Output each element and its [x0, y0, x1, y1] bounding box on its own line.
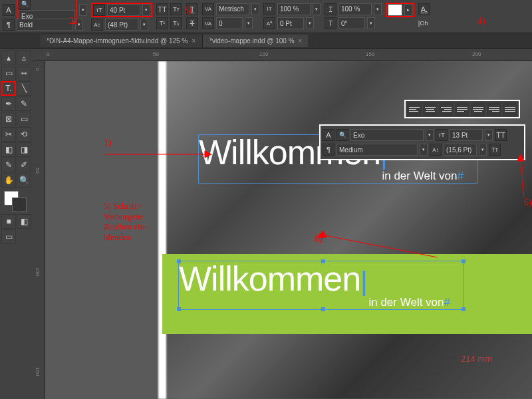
flyout-size-input[interactable]	[450, 129, 483, 141]
leading-input[interactable]	[105, 19, 138, 31]
font-size-input[interactable]	[107, 4, 140, 16]
tracking-input[interactable]	[216, 17, 243, 29]
arrow-1	[105, 148, 211, 161]
tab-doc-1[interactable]: *DIN-A4-Mappe-immogruen-fiktiv.indd @ 12…	[40, 35, 203, 47]
strike-icon[interactable]: T	[186, 17, 198, 29]
ruler-horizontal[interactable]: 0 50 100 150 200	[33, 49, 532, 61]
gradient-tool[interactable]: ◧	[1, 142, 16, 157]
view-mode[interactable]: ▭	[1, 229, 16, 244]
align-center[interactable]	[423, 102, 438, 116]
direct-select-tool[interactable]: ▵	[17, 51, 31, 65]
dropdown-icon[interactable]: ▾	[374, 3, 382, 15]
annotation-1: 1)	[104, 138, 112, 148]
pencil-tool[interactable]: ✎	[17, 96, 31, 111]
font-weight-input[interactable]	[17, 19, 73, 31]
allcaps-icon[interactable]: TT	[495, 129, 507, 141]
dropdown-icon[interactable]: ▾	[251, 3, 259, 15]
dropdown-icon[interactable]: ▾	[306, 17, 314, 29]
subscript-icon[interactable]: T₁	[170, 17, 182, 29]
dropdown-icon[interactable]: ▾	[79, 4, 87, 16]
main-area: ▴▵ ▭⇿ T.╲ ✒✎ ⊠▭ ✂⟲ ◧◨ ✎✐ ✋🔍 ■◧ ▭ 0 50 10…	[0, 49, 532, 399]
para-icon[interactable]: ¶	[323, 144, 334, 156]
subline-text[interactable]: in der Welt von#	[199, 170, 477, 183]
dropdown-icon[interactable]: ▾	[367, 17, 375, 29]
canvas-wrap: 0 50 100 150 200 0 50 100 150 Willkommen…	[33, 49, 532, 399]
charstyle-icon[interactable]: A.	[418, 3, 430, 15]
flyout-font-input[interactable]	[350, 129, 424, 141]
justify-left[interactable]	[455, 102, 469, 116]
dropdown-icon[interactable]: ▾	[140, 19, 148, 31]
gap-tool[interactable]: ⇿	[17, 66, 31, 80]
arrow-6	[497, 154, 531, 201]
fill-swatch[interactable]	[388, 4, 402, 16]
rect-tool[interactable]: ▭	[17, 112, 31, 126]
ruler-vertical[interactable]: 0 50 100 150	[33, 61, 45, 399]
fill-color-group: ▸	[386, 3, 414, 17]
superscript-icon[interactable]: T¹	[156, 17, 168, 29]
char-icon[interactable]: A	[323, 129, 334, 141]
baseline-input[interactable]	[277, 17, 304, 29]
hscale-input[interactable]	[338, 3, 372, 15]
justify-right[interactable]	[487, 102, 501, 116]
hand-tool[interactable]: ✋	[1, 173, 16, 188]
gradient-feather-tool[interactable]: ◨	[17, 142, 31, 157]
line-tool[interactable]: ╲	[17, 81, 31, 96]
font-size-icon: тT	[93, 4, 105, 16]
selection-tool[interactable]: ▴	[1, 51, 16, 65]
type-tool[interactable]: T.	[1, 81, 16, 96]
flyout-weight-input[interactable]	[336, 144, 418, 156]
apply-gradient[interactable]: ◧	[17, 214, 31, 229]
dropdown-icon[interactable]: ▾	[313, 3, 321, 15]
scissors-tool[interactable]: ✂	[1, 127, 16, 142]
dropdown-icon[interactable]: ▾	[479, 144, 487, 156]
pen-tool[interactable]: ✒	[1, 96, 16, 111]
character-flyout: A 🔍 ▾ тT ▾ TT ¶ ▾ A↕ ▾ Tт	[319, 124, 525, 160]
dropdown-icon[interactable]: ▾	[420, 144, 428, 156]
align-left[interactable]	[407, 102, 422, 116]
para-panel-icon[interactable]: ¶	[3, 19, 15, 31]
dropdown-icon[interactable]: ▾	[245, 17, 253, 29]
skew-icon: T	[325, 17, 336, 29]
rect-frame-tool[interactable]: ⊠	[1, 112, 16, 126]
tools-panel: ▴▵ ▭⇿ T.╲ ✒✎ ⊠▭ ✂⟲ ◧◨ ✎✐ ✋🔍 ■◧ ▭	[0, 49, 33, 399]
smallcaps-icon[interactable]: Tт	[170, 3, 182, 15]
search-icon[interactable]: 🔍	[336, 129, 348, 141]
search-icon[interactable]: 🔍	[19, 0, 31, 10]
text-frame-2[interactable]: Willkommen| in der Welt von#	[178, 261, 464, 310]
arrow-8	[318, 201, 451, 261]
eyedropper-tool[interactable]: ✐	[17, 158, 31, 172]
justify-center[interactable]	[471, 102, 485, 116]
fill-stroke-swatch[interactable]	[4, 191, 31, 211]
align-right[interactable]	[439, 102, 454, 116]
tab-doc-2[interactable]: *video-mappe.indd @ 100 %×	[203, 35, 309, 47]
flyout-leading-input[interactable]	[444, 144, 477, 156]
leading-icon: A↕	[430, 144, 442, 156]
document-tabs: *DIN-A4-Mappe-immogruen-fiktiv.indd @ 12…	[0, 33, 532, 49]
dropdown-icon[interactable]: ▾	[142, 4, 150, 16]
dropdown-icon[interactable]: ▾	[485, 129, 493, 141]
zoom-tool[interactable]: 🔍	[17, 173, 31, 188]
page-tool[interactable]: ▭	[1, 66, 16, 80]
dropdown-icon[interactable]: ▸	[404, 4, 412, 16]
close-icon[interactable]: ×	[192, 37, 196, 45]
canvas[interactable]: Willkommen| in der Welt von# Willkommen|…	[45, 61, 532, 399]
apply-color[interactable]: ■	[1, 214, 16, 229]
control-panel: A 🔍 ▾ ¶ ▾ 2) тT ▾ 3) A↕ ▾ TT Tт T¹ T₁ T …	[0, 0, 532, 33]
headline-text-2[interactable]: Willkommen|	[179, 261, 464, 296]
annotation-2: 2)	[69, 16, 77, 27]
char-panel-icon[interactable]: A	[3, 4, 15, 16]
close-icon[interactable]: ×	[299, 37, 303, 45]
note-tool[interactable]: ✎	[1, 158, 16, 172]
kerning-input[interactable]	[216, 3, 249, 15]
skew-input[interactable]	[338, 17, 365, 29]
svg-marker-5	[517, 154, 524, 161]
baseline-icon: Aª	[263, 17, 275, 29]
transform-tool[interactable]: ⟲	[17, 127, 31, 142]
justify-all[interactable]	[503, 102, 517, 116]
dropdown-icon[interactable]: ▾	[426, 129, 434, 141]
annotation-3: 3)	[184, 5, 192, 16]
allcaps-icon[interactable]: TT	[156, 3, 168, 15]
size-icon: тT	[436, 129, 448, 141]
vscale-input[interactable]	[277, 3, 311, 15]
svg-line-4	[521, 158, 524, 198]
